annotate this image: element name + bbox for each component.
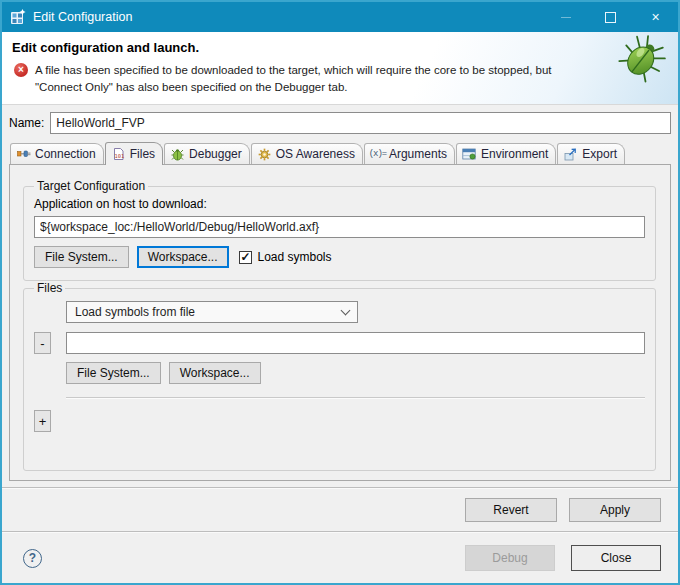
load-symbols-label: Load symbols [258,250,332,264]
load-symbols-option[interactable]: Load symbols [239,250,332,264]
app-icon [10,9,26,25]
dialog-body: Name: Connection [2,105,678,583]
minimize-button[interactable] [543,2,588,32]
files-group: Files Load symbols from file - File Syst… [23,281,656,471]
revert-apply-row: Revert Apply [9,489,671,531]
tab-export[interactable]: Export [557,143,625,164]
application-label: Application on host to download: [34,197,645,211]
name-input[interactable] [50,112,671,134]
workspace-button[interactable]: Workspace... [169,362,261,384]
window-title: Edit Configuration [33,10,543,24]
title-bar[interactable]: Edit Configuration × [2,2,678,32]
tab-connection[interactable]: Connection [10,143,104,164]
separator [66,397,645,399]
name-label: Name: [9,116,44,130]
chevron-down-icon [341,306,351,316]
error-message: × A file has been specified to be downlo… [12,62,666,95]
add-file-button[interactable]: + [34,410,51,432]
tab-label: Debugger [189,147,242,161]
tab-files[interactable]: 101 Files [105,142,163,165]
tab-label: Environment [481,147,548,161]
bottom-bar: ? Debug Close [9,533,671,583]
apply-button[interactable]: Apply [569,498,661,522]
name-row: Name: [9,111,671,135]
tab-label: OS Awareness [276,147,355,161]
arguments-icon: (x)= [370,147,385,161]
workspace-button[interactable]: Workspace... [137,246,229,268]
remove-file-button[interactable]: - [34,332,51,354]
help-button[interactable]: ? [23,549,42,568]
symbol-file-input[interactable] [66,332,645,354]
tab-label: Files [130,147,155,161]
error-line-1: A file has been specified to be download… [35,62,552,79]
group-label: Files [34,281,65,295]
tab-label: Arguments [389,147,447,161]
tab-debugger[interactable]: Debugger [164,143,250,164]
load-symbols-checkbox[interactable] [239,251,252,264]
close-button[interactable]: Close [571,545,661,571]
target-configuration-group: Target Configuration Application on host… [23,179,656,281]
file-system-button[interactable]: File System... [66,362,161,384]
files-icon: 101 [111,147,126,161]
edit-configuration-dialog: Edit Configuration × Edit configuration … [0,0,680,585]
page-title: Edit configuration and launch. [12,40,666,55]
debugger-icon [170,147,185,161]
environment-icon [462,147,477,161]
revert-button[interactable]: Revert [465,498,557,522]
maximize-button[interactable] [588,2,633,32]
tab-os-awareness[interactable]: OS Awareness [251,143,363,164]
file-system-button[interactable]: File System... [34,246,129,268]
svg-text:101: 101 [114,153,124,159]
close-window-button[interactable]: × [633,2,678,32]
load-mode-select[interactable]: Load symbols from file [66,301,358,323]
group-label: Target Configuration [34,179,148,193]
tab-label: Export [582,147,617,161]
debug-button[interactable]: Debug [465,545,555,571]
dialog-header: Edit configuration and launch. × A file … [2,32,678,105]
load-mode-value: Load symbols from file [75,305,195,319]
export-icon [563,147,578,161]
gear-icon [257,147,272,161]
error-line-2: "Connect Only" has also been specified o… [35,79,552,96]
error-icon: × [14,63,28,77]
tab-label: Connection [35,147,96,161]
files-tab-panel: Target Configuration Application on host… [9,164,671,481]
tab-bar: Connection 101 Files [9,141,671,164]
connection-icon [16,147,31,161]
application-path-input[interactable] [34,216,645,238]
tab-arguments[interactable]: (x)= Arguments [364,143,455,164]
tab-environment[interactable]: Environment [456,143,556,164]
green-bug-icon [616,33,668,89]
